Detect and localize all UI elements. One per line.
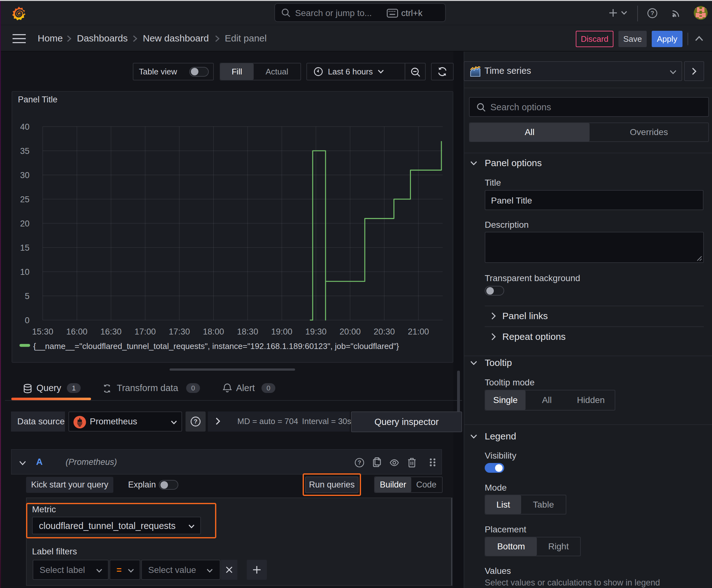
svg-text:19:30: 19:30 — [305, 327, 327, 336]
svg-text:5: 5 — [25, 292, 29, 301]
svg-text:20:00: 20:00 — [339, 327, 361, 336]
svg-text:17:00: 17:00 — [135, 327, 156, 336]
svg-text:?: ? — [358, 460, 361, 466]
svg-text:?: ? — [650, 10, 654, 16]
svg-text:21:00: 21:00 — [408, 327, 429, 336]
svg-text:25: 25 — [20, 195, 29, 204]
svg-text:?: ? — [194, 418, 197, 425]
svg-text:17:30: 17:30 — [169, 327, 190, 336]
svg-text:35: 35 — [20, 146, 29, 156]
svg-text:{__name__="cloudflared_tunnel_: {__name__="cloudflared_tunnel_total_requ… — [33, 341, 399, 351]
svg-text:30: 30 — [20, 171, 29, 180]
svg-text:0: 0 — [25, 316, 29, 325]
svg-text:18:00: 18:00 — [203, 327, 224, 336]
svg-text:16:00: 16:00 — [66, 327, 88, 336]
svg-text:15: 15 — [20, 243, 29, 253]
svg-text:16:30: 16:30 — [101, 327, 122, 336]
svg-text:20: 20 — [20, 219, 29, 228]
svg-text:40: 40 — [20, 122, 29, 132]
svg-text:20:30: 20:30 — [373, 327, 395, 336]
svg-text:19:00: 19:00 — [271, 327, 293, 336]
svg-text:10: 10 — [20, 267, 29, 277]
svg-text:15:30: 15:30 — [32, 327, 53, 336]
svg-text:18:30: 18:30 — [237, 327, 258, 336]
